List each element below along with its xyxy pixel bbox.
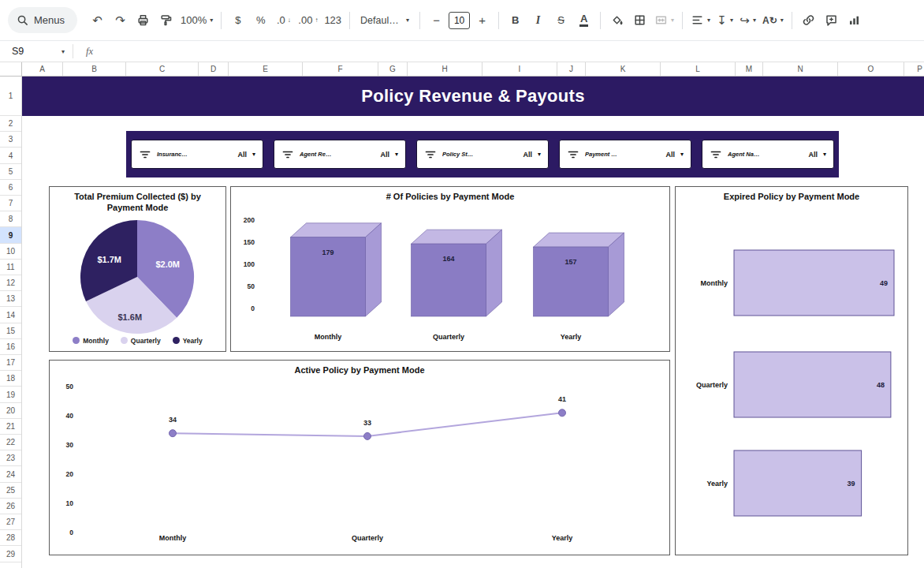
svg-text:40: 40	[66, 412, 74, 420]
row-header-25[interactable]: 25	[0, 483, 21, 499]
row-header-26[interactable]: 26	[0, 499, 21, 514]
row-header-28[interactable]: 28	[0, 530, 21, 546]
row-header-8[interactable]: 8	[0, 211, 21, 227]
redo-button[interactable]: ↷	[110, 9, 131, 32]
column-header-B[interactable]: B	[63, 62, 126, 76]
filter-icon	[710, 148, 722, 161]
svg-text:20: 20	[66, 470, 74, 478]
chart-card-active-line[interactable]: Active Policy by Payment Mode 0102030405…	[49, 360, 670, 555]
row-header-16[interactable]: 16	[0, 339, 21, 355]
decrease-decimal-button[interactable]: .0↓	[273, 9, 294, 32]
font-size-input[interactable]: 10	[449, 12, 470, 29]
column-header-J[interactable]: J	[557, 62, 586, 76]
increase-font-size-button[interactable]: +	[471, 9, 493, 32]
svg-text:Monthly: Monthly	[701, 278, 728, 286]
row-header-12[interactable]: 12	[0, 275, 21, 291]
row-header-4[interactable]: 4	[0, 148, 21, 163]
text-color-button[interactable]: A	[573, 9, 594, 32]
text-wrap-button[interactable]: ↪ ▾	[737, 9, 758, 32]
merge-cells-icon	[654, 13, 668, 27]
chart-card-policies-bar[interactable]: # Of Policies by Payment Mode 2001501005…	[230, 186, 670, 352]
format-percent-button[interactable]: %	[250, 9, 271, 32]
column-header-G[interactable]: G	[378, 62, 408, 76]
formula-input[interactable]	[102, 41, 924, 62]
sheet-canvas[interactable]: Policy Revenue & Payouts Insuranc…All▾Ag…	[22, 77, 924, 568]
column-header-K[interactable]: K	[586, 62, 661, 76]
row-header-11[interactable]: 11	[0, 260, 21, 275]
chevron-down-icon: ▾	[680, 151, 684, 158]
column-header-I[interactable]: I	[482, 62, 557, 76]
chart-card-expired-bar[interactable]: Expired Policy by Payment Mode Monthly49…	[675, 186, 908, 555]
number-format-button[interactable]: 123	[322, 9, 344, 32]
insert-chart-button[interactable]	[844, 9, 865, 32]
column-header-P[interactable]: P	[904, 62, 924, 76]
line-chart: 0102030405034Monthly33Quarterly41Yearly	[50, 376, 669, 551]
row-header-29[interactable]: 29	[0, 546, 21, 562]
filter-slicer-3[interactable]: Policy St…All▾	[416, 140, 549, 169]
row-header-19[interactable]: 19	[0, 387, 21, 402]
column-header-A[interactable]: A	[22, 62, 63, 76]
row-header-5[interactable]: 5	[0, 164, 21, 180]
row-header-2[interactable]: 2	[0, 116, 21, 132]
row-header-3[interactable]: 3	[0, 132, 21, 148]
row-header-1[interactable]: 1	[0, 77, 21, 116]
borders-button[interactable]	[629, 9, 650, 32]
filter-slicer-1[interactable]: Insuranc…All▾	[131, 140, 263, 169]
row-header-14[interactable]: 14	[0, 307, 21, 323]
filter-slicer-2[interactable]: Agent Re…All▾	[274, 140, 406, 169]
filter-label: Policy St…	[442, 151, 517, 158]
bold-button[interactable]: B	[505, 9, 526, 32]
italic-button[interactable]: I	[527, 9, 549, 32]
zoom-select[interactable]: 100%▾	[178, 9, 215, 32]
row-header-20[interactable]: 20	[0, 403, 21, 419]
text-rotation-button[interactable]: A↻ ▾	[760, 9, 786, 32]
increase-decimal-button[interactable]: .00↑	[296, 9, 320, 32]
horizontal-align-button[interactable]: ▾	[688, 9, 713, 32]
menus-button[interactable]: Menus	[8, 7, 77, 33]
column-header-H[interactable]: H	[408, 62, 482, 76]
filter-slicer-4[interactable]: Payment …All▾	[559, 140, 691, 169]
row-header-18[interactable]: 18	[0, 371, 21, 387]
format-currency-button[interactable]: $	[227, 9, 248, 32]
vertical-align-button[interactable]: ↧ ▾	[714, 9, 736, 32]
print-button[interactable]	[132, 9, 154, 32]
column-header-E[interactable]: E	[229, 62, 303, 76]
row-header-23[interactable]: 23	[0, 450, 21, 466]
insert-comment-button[interactable]	[821, 9, 842, 32]
row-header-15[interactable]: 15	[0, 323, 21, 339]
paint-format-button[interactable]	[155, 9, 177, 32]
name-box[interactable]: S9 ▾	[0, 46, 73, 57]
column-header-D[interactable]: D	[199, 62, 229, 76]
column-header-L[interactable]: L	[661, 62, 736, 76]
increase-decimal-icon: .00	[298, 14, 312, 26]
chart-card-premium-pie[interactable]: Total Premium Collected ($) by Payment M…	[49, 186, 226, 352]
column-header-M[interactable]: M	[736, 62, 763, 76]
column-header-C[interactable]: C	[126, 62, 199, 76]
legend-dot	[73, 337, 80, 344]
row-header-21[interactable]: 21	[0, 419, 21, 435]
chevron-down-icon: ▾	[210, 17, 213, 24]
fill-color-button[interactable]	[606, 9, 628, 32]
row-header-24[interactable]: 24	[0, 466, 21, 482]
filter-label: Agent Re…	[300, 151, 374, 158]
insert-link-button[interactable]	[798, 9, 819, 32]
font-family-select[interactable]: Defaul…▾	[356, 9, 414, 32]
row-header-10[interactable]: 10	[0, 244, 21, 260]
column-header-F[interactable]: F	[303, 62, 378, 76]
undo-button[interactable]: ↶	[87, 9, 108, 32]
select-all-corner[interactable]	[0, 62, 22, 77]
filter-slicer-5[interactable]: Agent Na…All▾	[702, 140, 834, 169]
row-header-13[interactable]: 13	[0, 291, 21, 307]
row-header-6[interactable]: 6	[0, 180, 21, 196]
decrease-font-size-button[interactable]: −	[426, 9, 447, 32]
merge-cells-button[interactable]: ▾	[652, 9, 676, 32]
row-header-22[interactable]: 22	[0, 435, 21, 450]
row-header-17[interactable]: 17	[0, 355, 21, 371]
svg-text:0: 0	[251, 305, 255, 312]
column-header-N[interactable]: N	[763, 62, 838, 76]
strikethrough-button[interactable]: S	[550, 9, 572, 32]
row-header-7[interactable]: 7	[0, 196, 21, 211]
row-header-27[interactable]: 27	[0, 514, 21, 530]
row-header-9[interactable]: 9	[0, 227, 21, 243]
column-header-O[interactable]: O	[838, 62, 904, 76]
